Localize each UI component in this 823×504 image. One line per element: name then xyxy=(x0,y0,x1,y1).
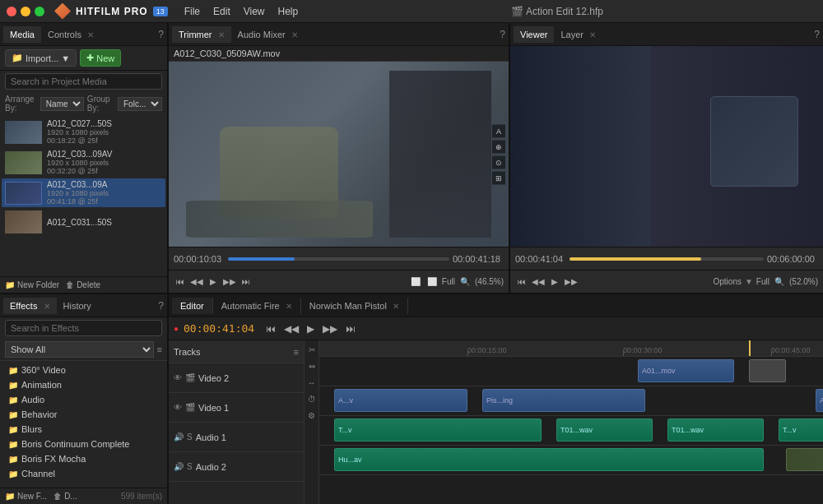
viewer-zoom-icon[interactable]: 🔍 xyxy=(773,275,786,289)
clip[interactable]: T01...wav xyxy=(556,418,653,442)
clip-thumbnail[interactable] xyxy=(749,359,786,382)
new-button[interactable]: ✚ New xyxy=(80,49,121,67)
trimmer-progress-bar[interactable] xyxy=(228,257,449,261)
clip[interactable]: Hu...av xyxy=(334,448,764,471)
solo-icon[interactable]: S xyxy=(187,432,193,442)
list-item[interactable]: 📁 Boris FX Mocha xyxy=(2,451,165,466)
viewer-panel-help[interactable]: ? xyxy=(814,29,820,40)
fullscreen-window-button[interactable] xyxy=(35,7,44,16)
close-norwich-tab[interactable]: ✕ xyxy=(393,302,399,311)
list-item[interactable]: 📁 Audio xyxy=(2,392,165,407)
sort-icon[interactable]: ≡ xyxy=(157,344,162,354)
file-menu[interactable]: File xyxy=(184,6,200,17)
transform-icon[interactable]: ⊕ xyxy=(492,140,505,153)
prev-frame-button[interactable]: ⏮ xyxy=(174,275,187,289)
minimize-window-button[interactable] xyxy=(21,7,30,16)
show-all-select[interactable]: Show All xyxy=(5,341,154,358)
edit-menu[interactable]: Edit xyxy=(213,6,230,17)
zoom-in-icon[interactable]: A xyxy=(492,124,505,137)
slide-tool[interactable]: ↔ xyxy=(306,377,318,388)
tab-media[interactable]: Media xyxy=(3,26,41,43)
play-pause-button[interactable]: ▶ xyxy=(207,275,220,289)
close-layer-tab[interactable]: ✕ xyxy=(589,30,596,39)
list-item[interactable]: A012_C027...50S 1920 x 1080 pixels 00:18… xyxy=(2,118,165,146)
razor-tool[interactable]: ✂ xyxy=(306,344,318,355)
tab-automatic-fire[interactable]: Automatic Fire ✕ xyxy=(213,298,301,314)
new-folder-button[interactable]: 📁 New Folder xyxy=(5,280,59,289)
close-effects-tab[interactable]: ✕ xyxy=(44,302,50,311)
tab-audio-mixer[interactable]: Audio Mixer ✕ xyxy=(231,26,305,43)
import-button[interactable]: 📁 Import... ▼ xyxy=(5,49,77,67)
tab-trimmer[interactable]: Trimmer ✕ xyxy=(172,26,231,43)
close-window-button[interactable] xyxy=(7,7,16,16)
close-controls-tab[interactable]: ✕ xyxy=(87,30,94,39)
clip[interactable]: T...v xyxy=(334,418,542,442)
editor-play-button[interactable]: ▶ xyxy=(305,323,316,335)
help-menu[interactable]: Help xyxy=(278,6,299,17)
clip[interactable]: A...v xyxy=(334,389,467,412)
settings-icon[interactable]: ⚙ xyxy=(306,409,318,421)
list-item[interactable]: 📁 Channel xyxy=(2,466,165,481)
mute-icon[interactable]: 🔊 xyxy=(174,432,184,442)
tab-history[interactable]: History xyxy=(57,298,98,314)
media-panel-help[interactable]: ? xyxy=(158,29,164,40)
tracks-menu-icon[interactable]: ≡ xyxy=(294,347,299,357)
delete-effect-button[interactable]: 🗑 D... xyxy=(53,492,77,501)
editor-prev-button[interactable]: ⏮ xyxy=(264,323,277,335)
trimmer-panel-help[interactable]: ? xyxy=(500,29,505,40)
solo-icon2[interactable]: S xyxy=(187,462,193,471)
list-item[interactable]: 📁 Behavior xyxy=(2,407,165,422)
clip[interactable]: T...v xyxy=(779,418,823,442)
tab-norwich-man[interactable]: Norwich Man Pistol ✕ xyxy=(301,298,408,314)
new-folder-button[interactable]: 📁 New F... xyxy=(5,492,47,501)
editor-step-forward-button[interactable]: ▶▶ xyxy=(321,323,339,335)
visibility-icon[interactable]: 👁 xyxy=(174,373,182,382)
viewer-step-forward-button[interactable]: ▶▶ xyxy=(565,275,578,289)
list-item[interactable]: 📁 Blurs xyxy=(2,422,165,437)
editor-step-back-button[interactable]: ◀◀ xyxy=(282,323,300,335)
editor-next-button[interactable]: ⏭ xyxy=(344,323,357,335)
viewer-progress-bar[interactable] xyxy=(570,257,764,261)
clip[interactable]: A01...mov xyxy=(638,359,734,382)
tab-layer[interactable]: Layer ✕ xyxy=(554,26,602,43)
viewer-step-back-button[interactable]: ◀◀ xyxy=(532,275,545,289)
fit-icon[interactable]: ⊞ xyxy=(492,171,505,184)
delete-button[interactable]: 🗑 Delete xyxy=(66,280,100,289)
mark-out-button[interactable]: ⬜ xyxy=(425,275,439,289)
view-menu[interactable]: View xyxy=(244,6,265,17)
list-item[interactable]: 📁 Boris Continuum Complete xyxy=(2,437,165,451)
media-search-input[interactable] xyxy=(5,73,162,90)
visibility-icon2[interactable]: 👁 xyxy=(174,403,182,412)
next-frame-button[interactable]: ⏭ xyxy=(239,275,253,289)
list-item[interactable]: A012_C03...09AV 1920 x 1080 pixels 00:32… xyxy=(2,148,165,177)
close-audio-mixer-tab[interactable]: ✕ xyxy=(291,30,298,39)
effects-panel-help[interactable]: ? xyxy=(158,300,164,312)
step-back-button[interactable]: ◀◀ xyxy=(190,275,203,289)
mute-icon2[interactable]: 🔊 xyxy=(174,462,184,471)
tab-viewer[interactable]: Viewer xyxy=(514,26,554,43)
slip-tool[interactable]: ⇔ xyxy=(306,360,318,372)
viewer-options[interactable]: Options xyxy=(713,277,741,286)
tab-controls[interactable]: Controls ✕ xyxy=(41,26,100,43)
list-item[interactable]: A012_C03...09A 1920 x 1080 pixels 00:41:… xyxy=(2,178,165,207)
playhead[interactable] xyxy=(749,340,751,357)
group-by-select[interactable]: Folc... xyxy=(118,97,162,111)
clip[interactable]: A...v xyxy=(816,389,823,412)
arrange-by-select[interactable]: Name xyxy=(40,97,84,111)
clip[interactable]: Pis...ing xyxy=(482,389,645,412)
list-item[interactable]: 📁 360° Video xyxy=(2,363,165,377)
rate-tool[interactable]: ⏱ xyxy=(306,393,318,405)
list-item[interactable]: A012_C031...50S xyxy=(2,209,165,235)
close-trimmer-tab[interactable]: ✕ xyxy=(218,30,225,39)
zoom-out-icon[interactable]: ⊙ xyxy=(492,155,505,169)
step-forward-button[interactable]: ▶▶ xyxy=(223,275,236,289)
tab-effects[interactable]: Effects ✕ xyxy=(3,298,57,314)
clip[interactable] xyxy=(786,448,823,471)
clip[interactable]: T01...wav xyxy=(667,418,764,442)
close-automatic-fire-tab[interactable]: ✕ xyxy=(286,302,292,311)
viewer-prev-button[interactable]: ⏮ xyxy=(515,275,528,289)
mark-in-button[interactable]: ⬜ xyxy=(409,275,422,289)
zoom-search-icon[interactable]: 🔍 xyxy=(458,275,472,289)
effects-search-input[interactable] xyxy=(5,320,162,336)
list-item[interactable]: 📁 Animation xyxy=(2,377,165,392)
